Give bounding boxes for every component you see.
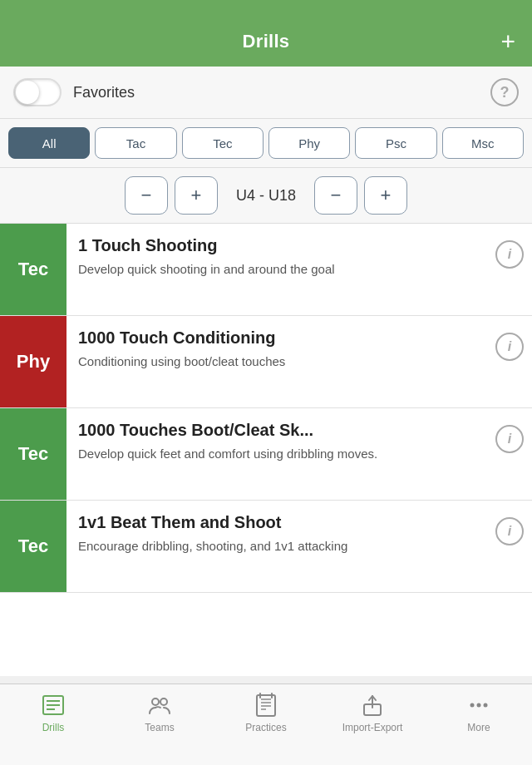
tab-drills-label: Drills [42,722,65,733]
tab-practices-label: Practices [245,722,286,733]
tab-more-label: More [467,722,490,733]
favorites-toggle[interactable] [13,78,62,106]
tab-import-export[interactable]: Import-Export [319,693,426,733]
minus-icon: − [141,185,152,206]
teams-icon [147,693,172,718]
plus-icon: + [191,185,202,206]
category-phy[interactable]: Phy [268,127,350,159]
page-title: Drills [243,31,290,52]
tab-more[interactable]: More [426,693,532,733]
tab-bar: Drills Teams Practices [0,684,532,765]
drill-info-button[interactable]: i [495,425,524,453]
tab-import-export-label: Import-Export [342,722,403,733]
import-export-icon [360,693,385,718]
table-row[interactable]: Tec 1 Touch Shooting Develop quick shoot… [0,224,532,316]
more-icon [466,693,491,718]
add-drill-button[interactable]: + [500,29,515,54]
svg-point-5 [160,698,167,705]
drill-title: 1000 Touch Conditioning [78,328,489,348]
table-row[interactable]: Tec 1v1 Beat Them and Shoot Encourage dr… [0,501,532,593]
drill-category-badge: Tec [0,501,66,592]
drill-text: 1000 Touch Conditioning Conditioning usi… [78,328,489,370]
drill-category-badge: Phy [0,316,66,407]
table-row[interactable]: Phy 1000 Touch Conditioning Conditioning… [0,316,532,408]
max-increment-button[interactable]: + [364,176,407,215]
category-filter: All Tac Tec Phy Psc Msc [0,119,532,168]
drill-content: 1 Touch Shooting Develop quick shooting … [66,224,532,315]
tab-drills[interactable]: Drills [0,693,106,733]
favorites-left: Favorites [13,78,135,106]
drill-content: 1000 Touches Boot/Cleat Sk... Develop qu… [66,408,532,500]
drill-list: Tec 1 Touch Shooting Develop quick shoot… [0,224,532,676]
drill-info-button[interactable]: i [495,240,524,269]
svg-point-15 [470,703,475,708]
drills-icon [41,693,66,718]
age-range-label: U4 - U18 [224,187,308,205]
tab-teams[interactable]: Teams [106,693,213,733]
category-tec[interactable]: Tec [182,127,264,159]
drill-description: Develop quick shooting in and around the… [78,260,489,278]
drill-text: 1 Touch Shooting Develop quick shooting … [78,235,489,278]
category-msc[interactable]: Msc [442,127,524,159]
age-selector: − + U4 - U18 − + [0,168,532,224]
header: Drills + [0,0,532,67]
min-increment-button[interactable]: + [175,176,218,215]
category-tac[interactable]: Tac [95,127,176,159]
drill-content: 1000 Touch Conditioning Conditioning usi… [66,316,532,407]
drill-content: 1v1 Beat Them and Shoot Encourage dribbl… [66,501,532,592]
svg-point-16 [477,703,481,708]
drill-description: Develop quick feet and comfort using dri… [78,445,489,462]
svg-point-4 [152,698,159,705]
max-decrement-button[interactable]: − [314,176,357,215]
table-row[interactable]: Tec 1000 Touches Boot/Cleat Sk... Develo… [0,408,532,501]
svg-point-17 [484,703,488,708]
drill-info-button[interactable]: i [495,333,524,361]
drill-text: 1v1 Beat Them and Shoot Encourage dribbl… [78,512,489,555]
drill-title: 1v1 Beat Them and Shoot [78,512,489,532]
drill-description: Encourage dribbling, shooting, and 1v1 a… [78,537,489,555]
minus-icon-max: − [331,185,342,206]
category-all[interactable]: All [8,127,90,159]
favorites-label: Favorites [73,84,135,101]
drill-category-badge: Tec [0,224,66,315]
help-button[interactable]: ? [490,78,519,106]
plus-icon-max: + [381,185,392,206]
favorites-bar: Favorites ? [0,67,532,119]
tab-teams-label: Teams [145,722,174,733]
category-psc[interactable]: Psc [355,127,436,159]
drill-text: 1000 Touches Boot/Cleat Sk... Develop qu… [78,420,489,462]
min-decrement-button[interactable]: − [125,176,168,215]
drill-title: 1 Touch Shooting [78,235,489,255]
tab-practices[interactable]: Practices [213,693,319,733]
drill-description: Conditioning using boot/cleat touches [78,353,489,370]
toggle-knob [16,81,39,104]
practices-icon [254,693,278,718]
drill-category-badge: Tec [0,408,66,500]
drill-info-button[interactable]: i [495,517,524,545]
drill-title: 1000 Touches Boot/Cleat Sk... [78,420,489,440]
